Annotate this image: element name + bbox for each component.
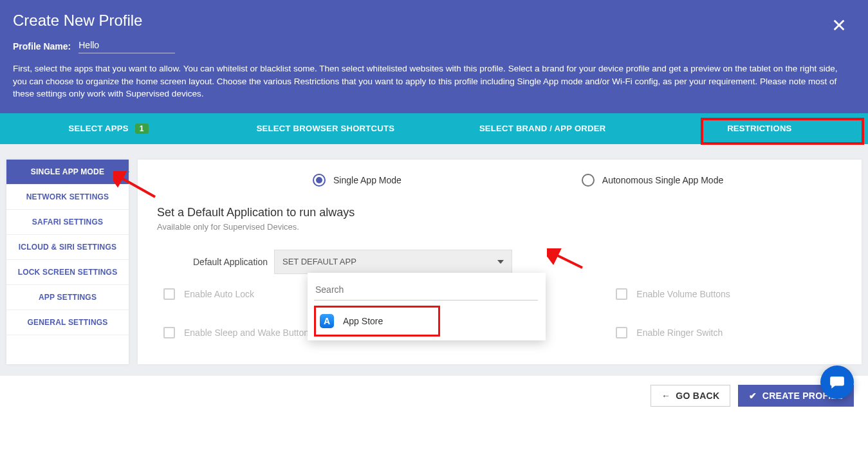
profile-name-row: Profile Name: [13,39,855,53]
sidebar-item-lock-screen-settings[interactable]: LOCK SCREEN SETTINGS [6,260,129,285]
radio-label: Single App Mode [333,175,402,185]
radio-label: Autonomous Single App Mode [602,175,723,185]
default-app-select[interactable]: SET DEFAULT APP [274,250,512,274]
profile-name-label: Profile Name: [13,41,71,51]
checkbox-label: Enable Ringer Switch [636,328,723,338]
checkbox-label: Enable Volume Buttons [636,289,730,299]
sidebar-item-label: SINGLE APP MODE [31,167,104,176]
settings-sidebar: SINGLE APP MODE NETWORK SETTINGS SAFARI … [6,160,129,364]
radio-icon [582,174,595,187]
sidebar-item-label: LOCK SCREEN SETTINGS [18,268,118,277]
footer-bar: ← GO BACK ✔ CREATE PROFILE [0,376,868,416]
dropdown-item-label: App Store [343,316,383,326]
svg-line-2 [553,254,582,268]
sidebar-item-label: SAFARI SETTINGS [32,217,103,226]
sidebar-item-label: NETWORK SETTINGS [26,192,109,201]
default-app-dropdown: A App Store [308,273,546,340]
tab-label: SELECT BROWSER SHORTCUTS [257,124,394,133]
select-placeholder: SET DEFAULT APP [282,257,356,266]
close-icon [832,18,846,32]
section-subtitle: Available only for Supervised Devices. [157,222,842,232]
section-title: Set a Default Application to run always [157,206,842,219]
arrow-left-icon: ← [661,391,670,401]
sidebar-item-icloud-siri-settings[interactable]: ICLOUD & SIRI SETTINGS [6,235,129,260]
button-label: GO BACK [676,391,719,401]
tab-label: RESTRICTIONS [727,124,791,133]
app-store-icon: A [320,314,334,328]
sidebar-item-label: ICLOUD & SIRI SETTINGS [19,243,116,252]
dropdown-item-app-store[interactable]: A App Store [314,306,440,337]
radio-single-app-mode[interactable]: Single App Mode [313,174,402,187]
tab-label: SELECT APPS [69,124,129,133]
checkbox-enable-ringer-switch[interactable]: Enable Ringer Switch [616,327,842,338]
checkbox-enable-volume-buttons[interactable]: Enable Volume Buttons [616,288,842,300]
radio-icon [313,174,326,187]
default-app-label: Default Application [193,257,268,267]
tab-restrictions[interactable]: RESTRICTIONS [651,113,868,144]
sidebar-item-general-settings[interactable]: GENERAL SETTINGS [6,310,129,335]
chat-icon [829,374,845,391]
check-icon: ✔ [749,391,757,401]
tab-browser-shortcuts[interactable]: SELECT BROWSER SHORTCUTS [217,113,434,144]
sidebar-item-label: GENERAL SETTINGS [28,318,108,327]
checkbox-icon [616,327,627,338]
sidebar-item-label: APP SETTINGS [39,293,97,302]
chat-fab[interactable] [820,365,854,399]
tab-brand-app-order[interactable]: SELECT BRAND / APP ORDER [434,113,651,144]
body-area: SINGLE APP MODE NETWORK SETTINGS SAFARI … [0,144,868,376]
profile-name-input[interactable] [78,39,175,53]
go-back-button[interactable]: ← GO BACK [651,385,731,407]
header-description: First, select the apps that you want to … [13,62,849,100]
tab-badge: 1 [135,124,149,134]
annotation-arrow-icon [547,248,586,273]
sidebar-item-app-settings[interactable]: APP SETTINGS [6,285,129,310]
checkbox-label: Enable Sleep and Wake Button [184,328,309,338]
checkbox-icon [163,288,175,300]
main-panel: Single App Mode Autonomous Single App Mo… [138,160,862,364]
sidebar-item-network-settings[interactable]: NETWORK SETTINGS [6,185,129,210]
radio-autonomous-single-app-mode[interactable]: Autonomous Single App Mode [582,174,723,187]
chevron-down-icon [497,260,504,264]
sidebar-item-safari-settings[interactable]: SAFARI SETTINGS [6,210,129,235]
tabs-bar: SELECT APPS 1 SELECT BROWSER SHORTCUTS S… [0,113,868,144]
close-button[interactable] [832,18,846,34]
tab-label: SELECT BRAND / APP ORDER [479,124,605,133]
checkbox-icon [163,327,175,338]
default-app-row: Default Application SET DEFAULT APP A Ap… [193,250,842,274]
tab-select-apps[interactable]: SELECT APPS 1 [0,113,217,144]
dropdown-search-input[interactable] [314,281,538,300]
sidebar-item-single-app-mode[interactable]: SINGLE APP MODE [6,160,129,185]
page-title: Create New Profile [13,12,855,30]
checkbox-label: Enable Auto Lock [184,289,254,299]
page-header: Create New Profile Profile Name: First, … [0,0,868,113]
checkbox-icon [616,288,627,300]
